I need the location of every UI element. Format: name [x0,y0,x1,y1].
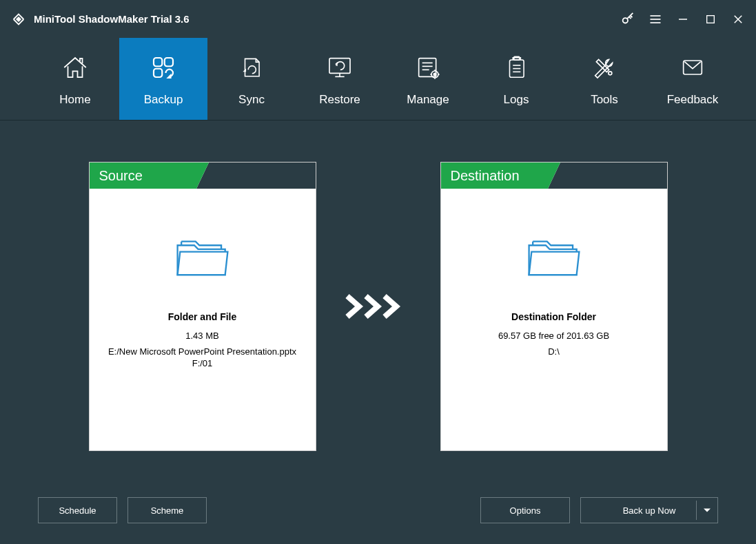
nav-restore[interactable]: Restore [296,38,384,120]
close-button[interactable] [731,12,746,27]
options-button[interactable]: Options [480,497,570,523]
app-logo-icon [10,11,27,28]
source-card[interactable]: Source Folder and File 1.43 MB E:/New Mi… [89,162,316,451]
nav-sync-label: Sync [238,93,265,107]
backup-now-label: Back up Now [623,505,676,516]
svg-rect-9 [165,58,173,66]
nav-backup-label: Backup [144,93,183,107]
backup-now-button[interactable]: Back up Now [580,497,718,523]
svg-marker-11 [168,75,171,78]
nav-backup[interactable]: Backup [119,38,207,120]
restore-icon [324,52,356,83]
nav-tools-label: Tools [591,93,618,107]
nav-tools[interactable]: Tools [560,38,648,120]
svg-rect-13 [329,58,350,73]
nav-restore-label: Restore [319,93,360,107]
backup-icon [147,52,179,83]
nav-feedback[interactable]: Feedback [648,38,737,120]
destination-card[interactable]: Destination Destination Folder 69.57 GB … [440,162,668,451]
app-title: MiniTool ShadowMaker Trial 3.6 [34,13,190,25]
nav-sync[interactable]: Sync [207,38,296,120]
tools-icon [589,52,620,83]
source-title: Folder and File [168,311,237,322]
svg-point-0 [623,18,628,23]
svg-rect-10 [154,68,162,76]
source-path: E:/New Microsoft PowerPoint Presentation… [90,346,316,370]
nav-logs-label: Logs [504,93,529,107]
content-area: Source Folder and File 1.43 MB E:/New Mi… [0,121,756,544]
window-controls [620,12,746,27]
feedback-icon [677,52,708,83]
destination-free: 69.57 GB free of 201.63 GB [487,331,620,342]
nav-feedback-label: Feedback [667,93,719,107]
nav-logs[interactable]: Logs [472,38,560,120]
nav-manage[interactable]: Manage [384,38,472,120]
folder-icon [174,233,232,284]
nav-manage-label: Manage [407,93,449,107]
chevron-down-icon[interactable] [704,509,711,512]
destination-path: D:\ [537,346,571,358]
destination-title: Destination Folder [511,311,596,322]
scheme-button[interactable]: Scheme [127,497,207,523]
schedule-button[interactable]: Schedule [38,497,117,523]
maximize-button[interactable] [703,12,718,27]
sync-icon [236,52,267,83]
folder-icon [525,233,583,284]
title-bar: MiniTool ShadowMaker Trial 3.6 [0,0,756,38]
menu-icon[interactable] [648,12,663,27]
source-header: Source [90,163,196,189]
svg-point-22 [433,73,436,75]
svg-rect-5 [707,15,715,23]
arrows-icon [344,293,413,320]
nav-home-label: Home [59,93,90,107]
minimize-button[interactable] [675,12,691,27]
main-navigation: Home Backup Sync Restore [0,38,756,121]
logs-icon [500,52,532,83]
svg-rect-8 [154,58,162,66]
nav-home[interactable]: Home [31,38,119,120]
home-icon [59,52,91,83]
svg-point-32 [609,71,612,74]
key-icon[interactable] [620,12,635,27]
destination-header: Destination [441,163,548,189]
source-size: 1.43 MB [174,331,229,342]
manage-icon [412,52,444,83]
